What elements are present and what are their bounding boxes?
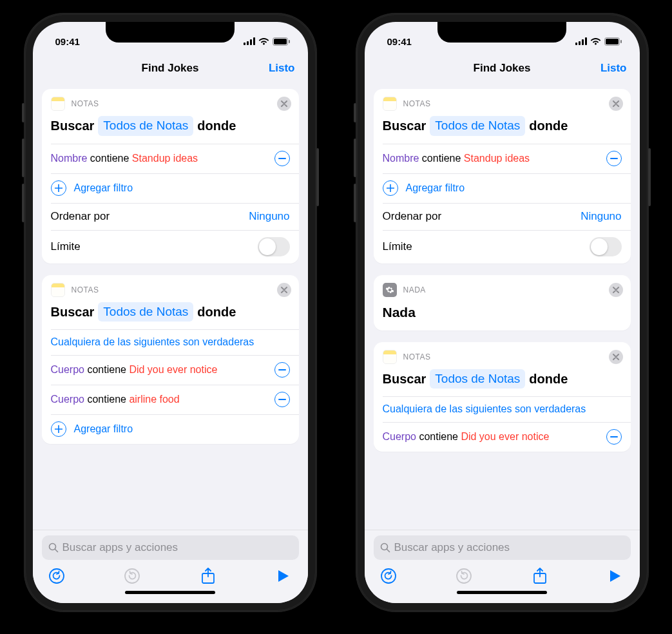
bottom-toolbar: Buscar apps y acciones <box>33 530 308 603</box>
undo-button[interactable] <box>379 566 398 586</box>
wifi-icon <box>590 37 601 45</box>
notch <box>106 22 235 43</box>
battery-icon <box>604 37 622 46</box>
play-button[interactable] <box>606 566 625 586</box>
search-icon <box>380 543 390 553</box>
svg-rect-20 <box>620 40 622 43</box>
card-title: Buscar Todos de Notas donde <box>374 115 631 144</box>
search-input[interactable]: Buscar apps y acciones <box>42 535 299 560</box>
remove-filter-button[interactable] <box>274 392 290 407</box>
svg-rect-16 <box>582 39 584 45</box>
svg-point-25 <box>457 569 471 583</box>
close-icon[interactable] <box>609 350 623 364</box>
svg-rect-1 <box>247 41 249 45</box>
done-button[interactable]: Listo <box>269 62 295 75</box>
svg-rect-14 <box>575 43 577 45</box>
close-icon[interactable] <box>277 97 291 111</box>
remove-filter-button[interactable] <box>274 151 290 166</box>
filter-row-body-1[interactable]: Cuerpo contiene Did you ever notice <box>42 355 299 385</box>
redo-button[interactable] <box>454 566 474 586</box>
page-title: Find Jokes <box>142 62 199 75</box>
filter-row-name[interactable]: Nombre contiene Standup ideas <box>374 144 631 173</box>
card-app-label: NADA <box>403 285 426 294</box>
limit-toggle[interactable] <box>590 237 622 256</box>
sort-row[interactable]: Ordenar por Ninguno <box>374 203 631 230</box>
svg-rect-8 <box>278 369 286 370</box>
done-button[interactable]: Listo <box>600 62 627 75</box>
notes-app-icon <box>383 350 397 364</box>
action-card-find-notes-body: NOTAS Buscar Todos de Notas donde Cualqu… <box>374 342 631 452</box>
add-filter-button[interactable]: Agregar filtro <box>374 173 631 203</box>
filter-mode-row[interactable]: Cualquiera de las siguientes son verdade… <box>374 396 631 422</box>
limit-row: Límite <box>374 230 631 264</box>
plus-icon <box>51 421 66 437</box>
close-icon[interactable] <box>609 97 623 111</box>
card-title: Buscar Todos de Notas donde <box>374 368 631 397</box>
phone-left: 09:41 Find Jokes Listo NOTAS <box>24 13 317 612</box>
battery-icon <box>273 37 290 46</box>
svg-point-12 <box>125 569 139 583</box>
search-input[interactable]: Buscar apps y acciones <box>374 535 631 560</box>
svg-rect-7 <box>278 158 286 159</box>
close-icon[interactable] <box>277 283 291 297</box>
sort-row[interactable]: Ordenar por Ninguno <box>42 203 299 230</box>
card-app-label: NOTAS <box>72 99 99 108</box>
add-filter-button[interactable]: Agregar filtro <box>42 173 299 203</box>
svg-rect-2 <box>250 39 252 45</box>
home-indicator[interactable] <box>457 591 547 594</box>
svg-rect-5 <box>274 39 287 44</box>
scope-pill[interactable]: Todos de Notas <box>98 116 193 136</box>
plus-icon <box>51 180 66 196</box>
scope-pill[interactable]: Todos de Notas <box>430 116 525 136</box>
card-app-label: NOTAS <box>403 352 431 361</box>
add-filter-button[interactable]: Agregar filtro <box>42 414 299 444</box>
limit-toggle[interactable] <box>258 237 290 256</box>
signal-icon <box>244 37 255 45</box>
notes-app-icon <box>383 97 397 111</box>
scope-pill[interactable]: Todos de Notas <box>98 302 193 322</box>
remove-filter-button[interactable] <box>606 151 622 166</box>
filter-row-body-2[interactable]: Cuerpo contiene airline food <box>42 385 299 414</box>
notes-app-icon <box>51 97 65 111</box>
svg-point-11 <box>50 569 64 583</box>
action-card-find-notes-name: NOTAS Buscar Todos de Notas donde Nombre… <box>374 89 631 264</box>
bottom-toolbar: Buscar apps y acciones <box>365 530 640 603</box>
notch <box>437 22 566 43</box>
wifi-icon <box>258 37 269 45</box>
phone-right: 09:41 Find Jokes Listo NOTAS <box>356 13 649 612</box>
page-title: Find Jokes <box>474 62 531 75</box>
search-placeholder: Buscar apps y acciones <box>62 541 178 554</box>
play-button[interactable] <box>274 566 293 586</box>
limit-row: Límite <box>42 230 299 264</box>
status-time: 09:41 <box>55 36 80 47</box>
content-scroll[interactable]: NOTAS Buscar Todos de Notas donde Nombre… <box>33 84 308 530</box>
action-card-nothing: NADA Nada <box>374 275 631 331</box>
undo-button[interactable] <box>47 566 66 586</box>
redo-button[interactable] <box>122 566 142 586</box>
share-button[interactable] <box>198 566 218 586</box>
notes-app-icon <box>51 283 65 297</box>
svg-rect-17 <box>585 37 587 45</box>
svg-rect-21 <box>610 158 618 159</box>
svg-rect-19 <box>606 39 619 44</box>
content-scroll[interactable]: NOTAS Buscar Todos de Notas donde Nombre… <box>365 84 640 530</box>
share-button[interactable] <box>530 566 550 586</box>
nothing-title: Nada <box>374 301 631 331</box>
filter-row-body-1[interactable]: Cuerpo contiene Did you ever notice <box>374 422 631 452</box>
signal-icon <box>575 37 587 45</box>
close-icon[interactable] <box>609 283 623 297</box>
remove-filter-button[interactable] <box>606 429 622 445</box>
svg-rect-22 <box>610 436 618 437</box>
search-icon <box>48 543 59 553</box>
action-card-find-notes-name: NOTAS Buscar Todos de Notas donde Nombre… <box>42 89 299 264</box>
filter-row-name[interactable]: Nombre contiene Standup ideas <box>42 144 299 173</box>
svg-rect-15 <box>579 41 581 45</box>
svg-rect-3 <box>253 37 255 45</box>
search-placeholder: Buscar apps y acciones <box>394 541 510 554</box>
home-indicator[interactable] <box>125 591 215 594</box>
card-title: Buscar Todos de Notas donde <box>42 115 299 144</box>
filter-mode-row[interactable]: Cualquiera de las siguientes son verdade… <box>42 329 299 355</box>
remove-filter-button[interactable] <box>274 362 290 378</box>
status-time: 09:41 <box>387 36 412 47</box>
scope-pill[interactable]: Todos de Notas <box>430 369 525 389</box>
